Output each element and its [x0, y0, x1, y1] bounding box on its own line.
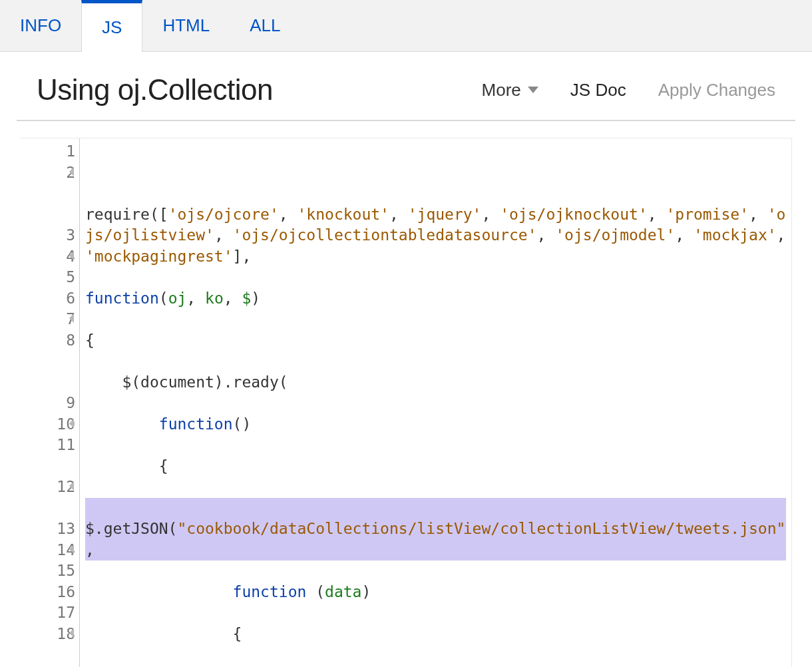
- gutter-line: 4: [20, 246, 75, 268]
- gutter-line: 14: [20, 540, 75, 561]
- gutter-line: 18: [20, 624, 75, 645]
- code-line: [85, 162, 786, 184]
- header-actions: More JS Doc Apply Changes: [482, 80, 775, 101]
- gutter-line: 13: [20, 519, 75, 540]
- code-line: function(oj, ko, $): [85, 288, 786, 310]
- gutter-line: 11: [20, 435, 75, 456]
- code-area[interactable]: require(['ojs/ojcore', 'knockout', 'jque…: [80, 138, 791, 667]
- tab-html[interactable]: HTML: [142, 0, 230, 51]
- tab-info[interactable]: INFO: [0, 0, 81, 51]
- code-editor[interactable]: 1 2 3 4 5 6 7 8 9 10 11 12 13 14 15 16 1…: [20, 138, 792, 667]
- jsdoc-button[interactable]: JS Doc: [570, 80, 626, 101]
- code-line: {: [85, 624, 786, 645]
- page-title: Using oj.Collection: [37, 73, 482, 107]
- gutter-line: 3: [20, 225, 75, 246]
- more-label: More: [482, 80, 521, 101]
- gutter-line: 2: [20, 162, 75, 184]
- gutter-line: 15: [20, 560, 75, 582]
- chevron-down-icon: [528, 87, 538, 93]
- apply-changes-button[interactable]: Apply Changes: [658, 80, 775, 101]
- gutter-line: 1: [20, 141, 75, 162]
- code-line: require(['ojs/ojcore', 'knockout', 'jque…: [85, 204, 786, 268]
- tab-js[interactable]: JS: [81, 0, 142, 52]
- code-line: function (data): [85, 582, 786, 603]
- gutter-line: 10: [20, 414, 75, 435]
- code-line: {: [85, 456, 786, 477]
- gutter-line: 7: [20, 309, 75, 330]
- gutter-line: [20, 183, 75, 225]
- gutter-line: 6: [20, 288, 75, 310]
- gutter-line: [20, 456, 75, 477]
- gutter-line: 12: [20, 477, 75, 498]
- code-line: $(document).ready(: [85, 372, 786, 393]
- gutter-line: 9: [20, 393, 75, 414]
- code-line: function(): [85, 414, 786, 435]
- gutter-line: 17: [20, 602, 75, 624]
- code-line: {: [85, 330, 786, 351]
- gutter-line: [20, 351, 75, 393]
- gutter-line: 8: [20, 330, 75, 351]
- header-bar: Using oj.Collection More JS Doc Apply Ch…: [17, 52, 795, 121]
- tabs-bar: INFO JS HTML ALL: [0, 0, 812, 52]
- gutter-line: 16: [20, 582, 75, 603]
- gutter-line: 5: [20, 267, 75, 288]
- gutter-line: [20, 498, 75, 519]
- gutter: 1 2 3 4 5 6 7 8 9 10 11 12 13 14 15 16 1…: [20, 138, 80, 667]
- tab-all[interactable]: ALL: [230, 0, 300, 51]
- more-button[interactable]: More: [482, 80, 538, 101]
- code-line-selected: $.getJSON("cookbook/dataCollections/list…: [85, 498, 786, 561]
